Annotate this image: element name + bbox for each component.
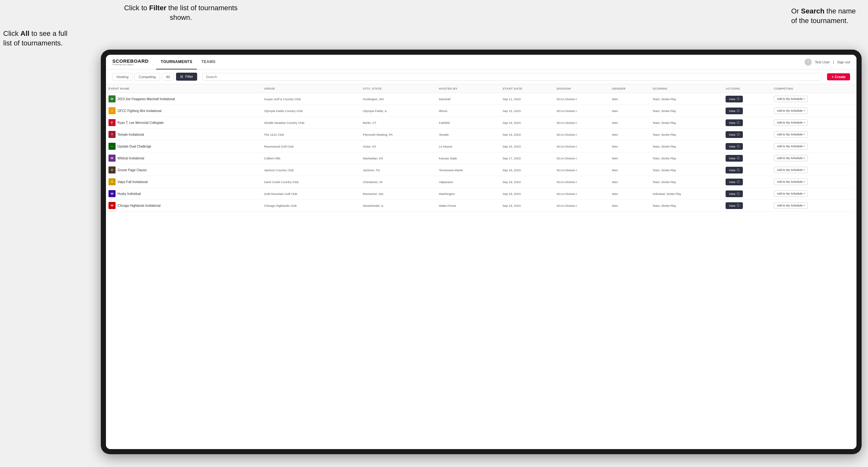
team-logo-3: T [108,131,116,138]
cell-competing-2: Add to My Schedule + [771,117,857,129]
cell-city-5: Manhattan, KS [361,152,437,164]
cell-division-6: NCAA Division I [554,164,610,176]
user-avatar: T [805,59,812,66]
cell-date-5: Sep 17, 2023 [500,152,554,164]
filter-bar: Hosting Competing All ⊟ Filter + Create [106,69,857,84]
add-schedule-button-8[interactable]: Add to My Schedule + [774,190,808,197]
cell-actions-7: View ⓘ [723,176,771,188]
view-button-4[interactable]: View ⓘ [725,143,743,150]
col-hosted-by: HOSTED BY [436,84,500,93]
view-button-1[interactable]: View ⓘ [725,107,743,114]
view-button-0[interactable]: View ⓘ [725,96,743,102]
cell-date-3: Sep 16, 2023 [500,129,554,141]
cell-actions-5: View ⓘ [723,152,771,164]
cell-division-4: NCAA Division I [554,141,610,152]
event-name-text-3: Temple Invitational [118,133,144,136]
event-name-text-1: OFCC Fighting Illini Invitational [118,109,161,113]
cell-scoring-4: Team, Stroke Play [650,141,723,152]
add-schedule-button-0[interactable]: Add to My Schedule + [774,96,808,102]
header-right: T Test User | Sign out [805,59,850,66]
table-row: W Husky Individual Gold Mountain Golf Cl… [106,188,857,200]
cell-scoring-6: Team, Stroke Play [650,164,723,176]
view-button-8[interactable]: View ⓘ [725,190,743,197]
team-logo-6: V [108,166,116,174]
cell-competing-4: Add to My Schedule + [771,141,857,152]
cell-event-name-2: F Ryan T. Lee Memorial Collegiate [106,117,261,129]
team-logo-1: I [108,107,116,114]
col-division: DIVISION [554,84,610,93]
col-scoring: SCORING [650,84,723,93]
logo-sub: Powered by clippd [112,63,149,66]
view-button-6[interactable]: View ⓘ [725,167,743,174]
add-schedule-button-2[interactable]: Add to My Schedule + [774,119,808,126]
cell-scoring-1: Team, Stroke Play [650,105,723,117]
cell-gender-3: Men [610,129,650,141]
cell-venue-2: Shuttle Meadow Country Club [261,117,361,129]
view-icon-9: ⓘ [737,204,740,208]
cell-competing-9: Add to My Schedule + [771,200,857,212]
filter-button[interactable]: ⊟ Filter [176,73,197,81]
add-schedule-button-7[interactable]: Add to My Schedule + [774,179,808,185]
cell-gender-8: Men [610,188,650,200]
hosting-button[interactable]: Hosting [112,73,132,81]
view-button-3[interactable]: View ⓘ [725,131,743,138]
cell-actions-9: View ⓘ [723,200,771,212]
view-icon-3: ⓘ [737,132,740,137]
nav-tab-tournaments[interactable]: TOURNAMENTS [156,55,197,69]
event-name-text-4: Upstate Dual Challenge [118,145,151,148]
cell-actions-2: View ⓘ [723,117,771,129]
sign-out-link[interactable]: Sign out [837,60,850,64]
logo-area: SCOREBOARD Powered by clippd [112,58,149,66]
cell-scoring-0: Team, Stroke Play [650,93,723,105]
add-schedule-button-4[interactable]: Add to My Schedule + [774,143,808,150]
view-icon-4: ⓘ [737,144,740,149]
divider: | [833,60,834,64]
table-row: F Ryan T. Lee Memorial Collegiate Shuttl… [106,117,857,129]
all-button[interactable]: All [162,73,174,81]
cell-event-name-9: W Chicago Highlands Invitational [106,200,261,212]
tablet-frame: SCOREBOARD Powered by clippd TOURNAMENTS… [101,50,862,454]
cell-date-9: Sep 18, 2023 [500,200,554,212]
cell-scoring-9: Team, Stroke Play [650,200,723,212]
cell-date-6: Sep 18, 2023 [500,164,554,176]
cell-gender-0: Men [610,93,650,105]
cell-venue-3: The 1912 Club [261,129,361,141]
cell-city-3: Plymouth Meeting, PA [361,129,437,141]
view-button-9[interactable]: View ⓘ [725,202,743,209]
nav-tab-teams[interactable]: TEAMS [197,55,220,69]
cell-division-7: NCAA Division I [554,176,610,188]
cell-hosted-8: Washington [436,188,500,200]
cell-scoring-8: Individual, Stroke Play [650,188,723,200]
table-row: V Grover Page Classic Jackson Country Cl… [106,164,857,176]
add-schedule-button-3[interactable]: Add to My Schedule + [774,131,808,137]
add-schedule-button-9[interactable]: Add to My Schedule + [774,202,808,209]
view-icon-6: ⓘ [737,168,740,172]
add-schedule-button-5[interactable]: Add to My Schedule + [774,155,808,161]
table-row: V Valpo Fall Invitational Sand Creek Cou… [106,176,857,188]
cell-venue-9: Chicago Highlands Club [261,200,361,212]
cell-hosted-9: Wake Forest [436,200,500,212]
competing-button[interactable]: Competing [134,73,160,81]
cell-scoring-3: Team, Stroke Play [650,129,723,141]
search-input[interactable] [202,73,822,81]
cell-event-name-7: V Valpo Fall Invitational [106,176,261,188]
view-button-2[interactable]: View ⓘ [725,119,743,126]
team-logo-2: F [108,119,116,126]
tournaments-table: EVENT NAME VENUE CITY, STATE HOSTED BY S… [106,84,857,212]
cell-competing-0: Add to My Schedule + [771,93,857,105]
view-button-5[interactable]: View ⓘ [725,155,743,162]
col-city-state: CITY, STATE [361,84,437,93]
cell-competing-6: Add to My Schedule + [771,164,857,176]
cell-scoring-2: Team, Stroke Play [650,117,723,129]
cell-gender-1: Men [610,105,650,117]
create-button[interactable]: + Create [827,73,850,80]
cell-gender-2: Men [610,117,650,129]
table-row: W Wildcat Invitational Colbert Hills Man… [106,152,857,164]
cell-event-name-8: W Husky Individual [106,188,261,200]
add-schedule-button-6[interactable]: Add to My Schedule + [774,167,808,173]
add-schedule-button-1[interactable]: Add to My Schedule + [774,107,808,114]
view-button-7[interactable]: View ⓘ [725,179,743,185]
team-logo-0: M [108,95,116,102]
cell-actions-3: View ⓘ [723,129,771,141]
cell-city-4: Victor, NY [361,141,437,152]
